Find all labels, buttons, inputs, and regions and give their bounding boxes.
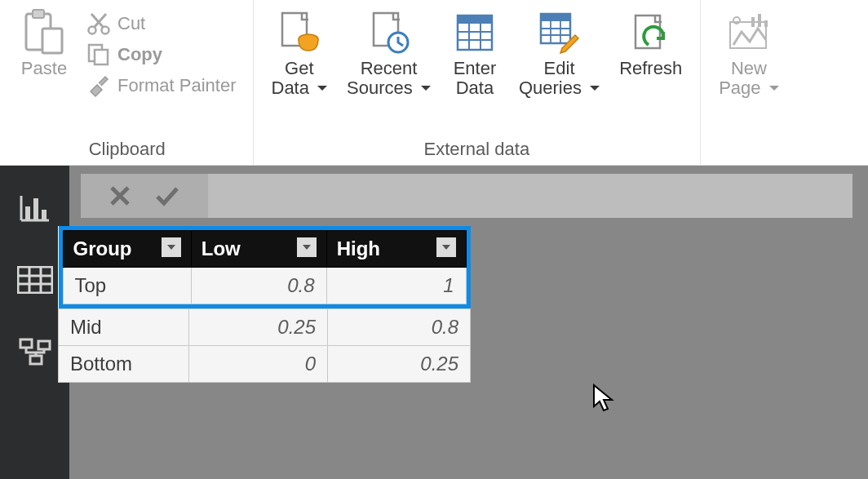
recent-sources-button[interactable]: RecentSources xyxy=(337,5,441,98)
formula-input[interactable] xyxy=(208,174,852,218)
report-view-button[interactable] xyxy=(11,184,60,233)
svg-rect-24 xyxy=(18,267,52,293)
enter-data-label1: Enter xyxy=(454,58,497,78)
new-page-label1: New xyxy=(731,58,767,78)
recent-label1: Recent xyxy=(361,58,418,78)
paste-label: Paste xyxy=(21,59,67,78)
caret-down-icon xyxy=(590,78,600,98)
get-data-icon xyxy=(275,8,324,57)
cell-low[interactable]: 0 xyxy=(189,346,328,383)
table-row[interactable]: Bottom 0 0.25 xyxy=(59,346,471,383)
cell-group[interactable]: Top xyxy=(63,268,191,304)
cut-label: Cut xyxy=(117,13,145,34)
column-header-group-label: Group xyxy=(73,237,132,259)
column-header-low[interactable]: Low xyxy=(191,231,326,268)
x-icon xyxy=(108,184,131,207)
column-header-high-label: High xyxy=(337,237,380,259)
table-header-row: Group Low High xyxy=(63,231,466,268)
column-header-low-label: Low xyxy=(202,237,241,259)
edit-queries-label1: Edit xyxy=(544,58,575,78)
refresh-icon xyxy=(627,8,675,57)
svg-rect-1 xyxy=(33,10,44,18)
svg-rect-6 xyxy=(95,50,108,64)
canvas: Group Low High xyxy=(69,166,868,479)
paste-icon xyxy=(20,8,69,57)
table-row[interactable]: Mid 0.25 0.8 xyxy=(59,309,471,346)
cell-group[interactable]: Mid xyxy=(59,309,189,346)
format-painter-label: Format Painter xyxy=(117,75,237,96)
caret-down-icon xyxy=(441,242,451,252)
svg-rect-23 xyxy=(42,210,46,220)
caret-down-icon xyxy=(769,78,779,98)
paste-button[interactable]: Paste xyxy=(10,5,78,78)
enter-data-icon xyxy=(450,8,499,57)
ribbon: Paste Cut Copy xyxy=(0,0,868,166)
get-data-button[interactable]: GetData xyxy=(262,5,338,98)
external-data-group-label: External data xyxy=(424,134,530,163)
table-icon xyxy=(17,266,53,294)
caret-down-icon xyxy=(166,242,176,252)
get-data-label2: Data xyxy=(272,78,309,98)
caret-down-icon xyxy=(421,78,431,98)
cell-high[interactable]: 0.8 xyxy=(328,309,471,346)
selection-highlight: Group Low High xyxy=(59,226,471,308)
data-view-button[interactable] xyxy=(11,255,60,304)
ribbon-group-clipboard: Paste Cut Copy xyxy=(2,0,254,165)
enter-data-label2: Data xyxy=(456,78,494,98)
model-view-button[interactable] xyxy=(11,327,60,376)
copy-icon xyxy=(86,42,111,67)
commit-formula-button[interactable] xyxy=(154,184,180,207)
relationships-icon xyxy=(19,338,51,366)
column-header-group[interactable]: Group xyxy=(63,231,191,268)
bar-chart-icon xyxy=(19,193,51,223)
svg-rect-19 xyxy=(758,14,761,27)
cell-low[interactable]: 0.8 xyxy=(191,268,326,304)
scissors-icon xyxy=(86,11,111,36)
new-page-button[interactable]: NewPage xyxy=(709,5,789,98)
edit-queries-label2: Queries xyxy=(519,78,582,98)
svg-rect-2 xyxy=(42,29,62,53)
cut-button[interactable]: Cut xyxy=(82,8,241,39)
filter-button-group[interactable] xyxy=(162,237,181,257)
svg-rect-20 xyxy=(764,20,768,27)
new-page-icon xyxy=(724,8,773,57)
cell-high[interactable]: 0.25 xyxy=(328,346,471,383)
svg-rect-26 xyxy=(38,341,50,349)
caret-down-icon xyxy=(302,242,312,252)
column-header-high[interactable]: High xyxy=(326,231,466,268)
ribbon-group-external-data: GetData RecentSources xyxy=(254,0,702,165)
filter-button-low[interactable] xyxy=(297,237,317,257)
recent-label2: Sources xyxy=(347,78,413,98)
enter-data-button[interactable]: EnterData xyxy=(441,5,509,98)
check-icon xyxy=(154,184,180,207)
caret-down-icon xyxy=(317,78,327,98)
filter-button-high[interactable] xyxy=(436,237,456,257)
copy-label: Copy xyxy=(117,44,162,65)
svg-rect-27 xyxy=(30,356,42,364)
ribbon-group-insert: NewPage xyxy=(701,0,797,165)
edit-queries-icon xyxy=(535,8,584,57)
clipboard-group-label: Clipboard xyxy=(89,134,166,163)
refresh-button[interactable]: Refresh xyxy=(609,5,692,78)
table-row[interactable]: Top 0.8 1 xyxy=(63,268,466,304)
svg-rect-22 xyxy=(33,198,38,220)
svg-rect-12 xyxy=(458,16,492,24)
refresh-label: Refresh xyxy=(619,59,682,78)
workspace: Group Low High xyxy=(0,166,868,479)
formula-bar xyxy=(81,174,852,218)
edit-queries-button[interactable]: EditQueries xyxy=(509,5,609,98)
copy-button[interactable]: Copy xyxy=(82,39,241,70)
cancel-formula-button[interactable] xyxy=(108,184,131,207)
cell-high[interactable]: 1 xyxy=(326,268,466,304)
new-page-label2: Page xyxy=(719,78,760,98)
format-painter-button[interactable]: Format Painter xyxy=(82,70,241,101)
cell-low[interactable]: 0.25 xyxy=(189,309,328,346)
svg-rect-21 xyxy=(25,206,30,220)
svg-rect-14 xyxy=(541,14,570,21)
data-table: Group Low High xyxy=(58,226,471,383)
svg-rect-18 xyxy=(751,17,755,27)
cell-group[interactable]: Bottom xyxy=(59,346,189,383)
get-data-label1: Get xyxy=(285,58,313,78)
recent-sources-icon xyxy=(365,8,414,57)
svg-rect-25 xyxy=(20,339,32,348)
